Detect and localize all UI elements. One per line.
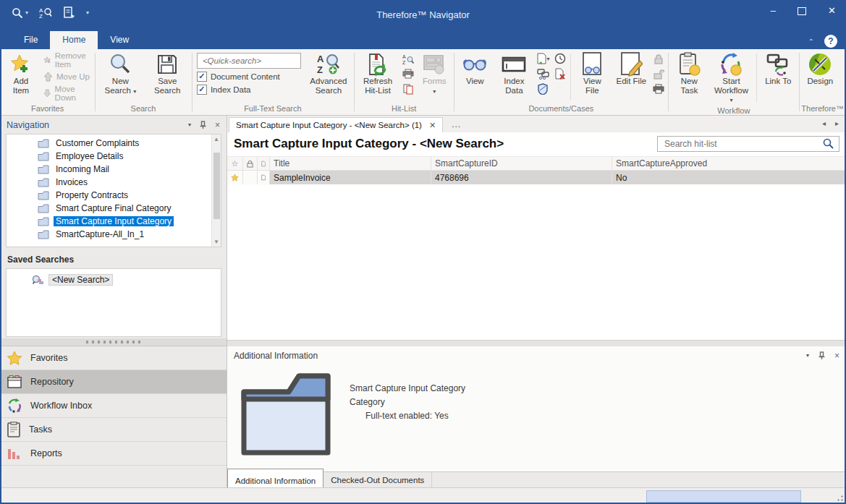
tree-item[interactable]: Invoices — [7, 176, 221, 189]
add-item-button[interactable]: Add Item — [2, 50, 40, 103]
minimize-button[interactable]: – — [771, 6, 776, 16]
print-hitlist-button[interactable] — [401, 67, 415, 80]
panel-menu-icon[interactable]: ▾ — [188, 121, 191, 128]
history-button[interactable] — [553, 52, 567, 65]
tab-home[interactable]: Home — [50, 31, 98, 49]
hitlist-tab[interactable]: Smart Capture Input Category - <New Sear… — [229, 117, 443, 133]
move-down-button[interactable]: Move Down — [41, 86, 93, 101]
panel-menu-icon[interactable]: ▾ — [806, 352, 809, 359]
scroll-up-icon[interactable]: ▲ — [213, 136, 219, 142]
link-to-button[interactable]: Link To — [759, 50, 797, 106]
page-title: Smart Capture Input Category - <New Sear… — [234, 137, 504, 151]
tree-item[interactable]: Smart Capture Final Category — [7, 202, 221, 215]
linked-documents-button[interactable] — [535, 67, 551, 80]
tab-checked-out-documents[interactable]: Checked-Out Documents — [323, 472, 432, 488]
tree-item-selected[interactable]: Smart Capture Input Category — [7, 215, 221, 228]
row-id-cell[interactable]: 4768696 — [431, 171, 612, 184]
row-lock-cell[interactable] — [243, 171, 258, 184]
forms-button[interactable]: Forms▾ — [417, 50, 452, 103]
resize-grip[interactable] — [834, 492, 844, 502]
help-icon[interactable]: ? — [824, 35, 837, 48]
copy-hitlist-button[interactable] — [401, 82, 415, 95]
sidebar-item-tasks[interactable]: Tasks — [0, 418, 227, 442]
qat-search-button[interactable]: ▾ — [12, 7, 28, 19]
qat-new-hitlist-button[interactable] — [63, 7, 75, 19]
pin-icon[interactable] — [818, 351, 825, 359]
start-workflow-button[interactable]: Start Workflow ▾ — [709, 50, 753, 106]
sidebar-item-favorites[interactable]: Favorites — [0, 346, 227, 370]
view-file-button[interactable]: View File — [573, 50, 611, 103]
row-doc-cell[interactable] — [258, 171, 270, 184]
search-icon[interactable] — [823, 138, 834, 149]
arrow-down-icon — [43, 88, 51, 98]
row-approved-cell[interactable]: No — [612, 171, 846, 184]
close-button[interactable]: ✕ — [828, 6, 836, 16]
panel-splitter[interactable] — [0, 338, 227, 346]
column-header-smartcaptureid[interactable]: SmartCaptureID — [431, 156, 612, 171]
collapse-ribbon-icon[interactable]: ⌃ — [808, 38, 814, 46]
pin-icon[interactable] — [200, 121, 206, 129]
checkout-lock-button[interactable] — [651, 52, 666, 65]
tab-additional-information[interactable]: Additional Information — [227, 469, 323, 488]
tab-file[interactable]: File — [12, 31, 50, 49]
lock-column-header[interactable] — [243, 156, 258, 171]
delete-document-button[interactable] — [553, 67, 567, 80]
index-data-checkbox[interactable]: ✓ Index Data — [197, 85, 301, 95]
qat-customize-button[interactable]: ▾ — [86, 9, 89, 16]
new-document-version-button[interactable]: ▾ — [535, 52, 551, 65]
sort-hitlist-button[interactable]: AZ — [401, 52, 415, 65]
move-up-button[interactable]: Move Up — [41, 69, 93, 84]
print-document-button[interactable] — [651, 82, 666, 95]
sidebar-item-reports[interactable]: Reports — [0, 442, 227, 466]
new-search-button[interactable]: New Search ▾ — [97, 50, 144, 103]
design-button[interactable]: Design — [801, 50, 839, 103]
tab-scroll-right-icon[interactable]: ▸ — [835, 119, 839, 127]
index-data-button[interactable]: Index Data — [495, 50, 533, 103]
table-row[interactable]: SampleInvoice 4768696 No — [227, 171, 846, 184]
row-favorite-cell[interactable] — [227, 171, 243, 184]
doc-column-header[interactable] — [258, 156, 270, 171]
tree-item[interactable]: SmartCapture-All_In_1 — [7, 228, 221, 241]
quick-search-input[interactable] — [201, 56, 297, 66]
glasses-icon — [462, 52, 488, 77]
quick-search-box[interactable] — [197, 53, 301, 69]
document-content-checkbox[interactable]: ✓ Document Content — [197, 72, 301, 82]
hitlist-search-input[interactable] — [663, 138, 818, 150]
new-task-button[interactable]: New Task — [670, 50, 708, 106]
hitlist-search-box[interactable] — [657, 136, 839, 152]
tab-scroll-left-icon[interactable]: ◂ — [822, 119, 826, 127]
remove-item-button[interactable]: Remove Item — [41, 53, 93, 67]
close-panel-icon[interactable]: × — [215, 120, 220, 130]
permissions-button[interactable] — [535, 82, 551, 95]
tree-item[interactable]: Incoming Mail — [7, 163, 221, 176]
row-title-cell[interactable]: SampleInvoice — [270, 171, 431, 184]
sidebar-item-workflow-inbox[interactable]: Workflow Inbox — [0, 394, 227, 418]
checkin-unlock-button[interactable] — [651, 67, 666, 80]
advanced-search-button[interactable]: AZ Advanced Search — [305, 50, 352, 103]
save-search-button[interactable]: Save Search — [145, 50, 190, 103]
saved-search-item[interactable]: <New Search> — [7, 274, 221, 286]
star-column-header[interactable]: ☆ — [227, 156, 243, 171]
scroll-down-icon[interactable]: ▼ — [213, 239, 219, 245]
bottom-tab-strip: Additional Information Checked-Out Docum… — [227, 471, 846, 488]
view-button[interactable]: View — [456, 50, 494, 103]
tab-view[interactable]: View — [98, 31, 141, 49]
scrollbar-thumb[interactable] — [213, 153, 220, 219]
group-caption-documents: Documents/Cases — [456, 103, 666, 115]
folder-icon — [38, 217, 49, 226]
column-header-smartcaptureapproved[interactable]: SmartCaptureApproved — [612, 156, 846, 171]
refresh-hitlist-button[interactable]: Refresh Hit-List — [356, 50, 399, 103]
maximize-button[interactable] — [798, 7, 806, 15]
qat-advanced-search-button[interactable]: AZ — [39, 7, 52, 19]
status-progress-indicator — [646, 490, 801, 503]
column-header-title[interactable]: Title — [270, 156, 431, 171]
close-panel-icon[interactable]: × — [834, 351, 839, 361]
tree-item[interactable]: Customer Complaints — [7, 137, 221, 150]
tree-scrollbar[interactable]: ▲ ▼ — [211, 134, 221, 247]
tab-overflow[interactable]: ... — [443, 119, 470, 129]
tree-item[interactable]: Employee Details — [7, 150, 221, 163]
tree-item[interactable]: Property Contracts — [7, 189, 221, 202]
sidebar-item-repository[interactable]: Repository — [0, 370, 227, 394]
close-tab-icon[interactable]: ✕ — [429, 121, 436, 130]
edit-file-button[interactable]: Edit File — [612, 50, 650, 103]
